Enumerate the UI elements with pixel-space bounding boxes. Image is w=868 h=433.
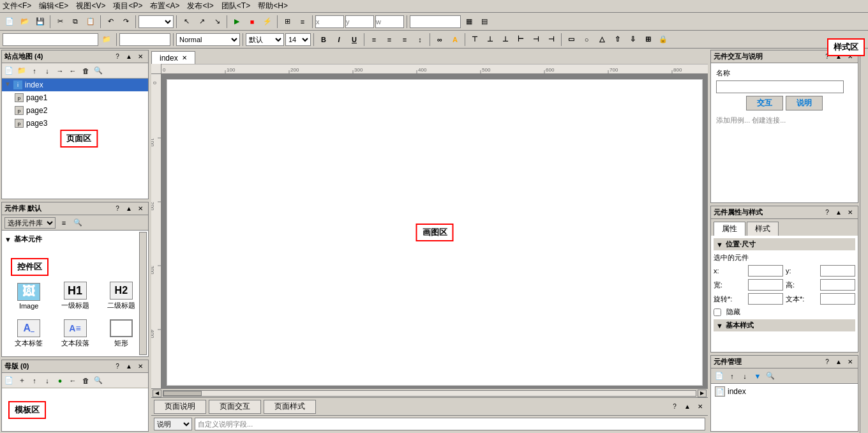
template-add-icon[interactable]: ＋ [16, 375, 27, 386]
align-hright-btn[interactable]: ⊣ [544, 33, 558, 47]
save-button[interactable]: 💾 [33, 15, 47, 29]
sitemap-tree-index[interactable]: ▼ i index [2, 79, 148, 91]
sitemap-tree-page3[interactable]: p page3 [12, 117, 148, 130]
arrow-tool[interactable]: ↗ [195, 15, 209, 29]
h-scrollbar-thumb[interactable] [163, 391, 202, 396]
sitemap-search-icon[interactable]: 🔍 [93, 65, 104, 77]
open-button[interactable]: 📂 [18, 15, 32, 29]
paragraph-style-select[interactable]: Normal Heading 1 Heading 2 [176, 33, 240, 46]
snap-button[interactable]: ≡ [296, 15, 310, 29]
template-left-btn[interactable]: ← [67, 375, 79, 386]
component-menu-icon[interactable]: ≡ [58, 217, 70, 229]
link-btn[interactable]: ∞ [433, 33, 447, 47]
align-center-btn[interactable]: ≡ [382, 33, 396, 47]
template-up-btn[interactable]: ↑ [29, 375, 40, 386]
cursor-tool[interactable]: ↖ [179, 15, 193, 29]
canvas-workspace[interactable]: 画图区 [161, 74, 708, 388]
page-name-input[interactable] [3, 33, 98, 46]
lock-btn[interactable]: 🔒 [656, 33, 670, 47]
sitemap-delete-btn[interactable]: 🗑 [80, 65, 91, 77]
props-up-icon[interactable]: ▲ [834, 208, 844, 218]
component-close-icon[interactable]: ✕ [135, 204, 146, 214]
color-btn[interactable]: A [448, 33, 462, 47]
component-item-textlabel[interactable]: A_ 文本标签 [7, 316, 50, 351]
y-coord-input[interactable] [345, 15, 374, 28]
page-desc-select[interactable]: 说明 [154, 418, 192, 430]
menu-edit[interactable]: 编辑<E> [39, 1, 68, 11]
compman-search-icon[interactable]: 🔍 [765, 370, 776, 382]
undo-button[interactable]: ↶ [103, 15, 117, 29]
template-green-btn[interactable]: ● [54, 375, 66, 386]
shape-btn3[interactable]: △ [595, 33, 609, 47]
page-tab-up-icon[interactable]: ▲ [682, 402, 692, 412]
component-up-icon[interactable]: ▲ [124, 204, 134, 214]
menu-view[interactable]: 视图<V> [76, 1, 105, 11]
sitemap-up-btn[interactable]: ↑ [29, 65, 40, 77]
page-tab-close-icon[interactable]: ✕ [695, 402, 705, 412]
menu-team[interactable]: 团队<T> [221, 1, 250, 11]
extra-btn2[interactable]: ▤ [477, 15, 491, 29]
align-vmid-btn[interactable]: ⊥ [483, 33, 497, 47]
component-scrollbar[interactable] [139, 232, 147, 355]
page-desc-input[interactable] [195, 418, 705, 430]
template-down-btn[interactable]: ↓ [41, 375, 53, 386]
page-tab-interaction[interactable]: 页面交互 [209, 400, 261, 414]
page-tab-question-icon[interactable]: ? [670, 402, 680, 412]
sitemap-close-icon[interactable]: ✕ [135, 52, 146, 62]
shape-btn1[interactable]: ▭ [564, 33, 578, 47]
component-item-rect[interactable]: 矩形 [100, 316, 143, 351]
interaction-btn[interactable]: 交互 [746, 96, 783, 110]
order-btn2[interactable]: ⇩ [625, 33, 640, 47]
zoom-select[interactable]: 100% [138, 15, 174, 28]
align-top-btn[interactable]: ⊤ [468, 33, 482, 47]
props-y-input[interactable] [820, 265, 855, 277]
play-button[interactable]: ▶ [230, 15, 244, 29]
sitemap-add-page-icon[interactable]: 📄 [3, 65, 15, 77]
component-question-icon[interactable]: ? [112, 204, 123, 214]
extra-input[interactable] [410, 15, 461, 28]
new-button[interactable]: 📄 [3, 15, 17, 29]
props-t-input[interactable] [820, 293, 855, 305]
align-hcenter-btn[interactable]: ⊣ [529, 33, 543, 47]
page-browse-btn[interactable]: 📁 [100, 33, 114, 47]
component-search-icon[interactable]: 🔍 [72, 217, 84, 229]
arrow2-tool[interactable]: ↘ [210, 15, 224, 29]
template-close-icon[interactable]: ✕ [135, 361, 146, 372]
canvas-tab-index[interactable]: index ✕ [151, 51, 195, 64]
sitemap-add-folder-icon[interactable]: 📁 [16, 65, 27, 77]
paste-button[interactable]: 📋 [84, 15, 98, 29]
compman-item-index[interactable]: 📄 index [712, 385, 857, 398]
page-tab-desc[interactable]: 页面说明 [154, 400, 206, 414]
shape-btn2[interactable]: ○ [580, 33, 594, 47]
stop-button[interactable]: ■ [245, 15, 259, 29]
compman-up-icon[interactable]: ▲ [834, 357, 844, 367]
h-scroll-right-btn[interactable]: ▶ [698, 390, 707, 397]
props-close-icon[interactable]: ✕ [845, 208, 855, 218]
template-new-icon[interactable]: 📄 [3, 375, 15, 386]
sitemap-tree-page2[interactable]: p page2 [12, 104, 148, 117]
align-right-btn[interactable]: ≡ [398, 33, 412, 47]
template-delete-btn[interactable]: 🗑 [80, 375, 91, 386]
compman-close-icon[interactable]: ✕ [845, 357, 855, 367]
menu-layout[interactable]: 布置<A> [150, 1, 179, 11]
component-library-select[interactable]: 选择元件库 [4, 217, 56, 229]
compman-btn2[interactable]: ↑ [726, 370, 738, 382]
h-scrollbar-track[interactable] [163, 390, 696, 397]
interaction-name-input[interactable] [716, 80, 844, 93]
style-name-input[interactable] [119, 33, 170, 46]
template-up-icon[interactable]: ▲ [124, 361, 134, 372]
canvas-tab-close-icon[interactable]: ✕ [182, 54, 187, 61]
x-coord-input[interactable] [315, 15, 344, 28]
compman-question-icon[interactable]: ? [822, 357, 832, 367]
props-w-input[interactable] [748, 279, 783, 291]
props-h-input[interactable] [820, 279, 855, 291]
order-btn1[interactable]: ⇧ [610, 33, 624, 47]
template-search-btn[interactable]: 🔍 [93, 375, 104, 386]
compman-filter-icon[interactable]: ▼ [752, 370, 763, 382]
w-coord-input[interactable] [375, 15, 404, 28]
component-item-h2[interactable]: H2 二级标题 [100, 278, 143, 314]
copy-button[interactable]: ⧉ [68, 15, 82, 29]
h-scroll-left-btn[interactable]: ◀ [153, 390, 161, 397]
template-question-icon[interactable]: ? [112, 361, 123, 372]
sitemap-tree-page1[interactable]: p page1 [12, 91, 148, 104]
